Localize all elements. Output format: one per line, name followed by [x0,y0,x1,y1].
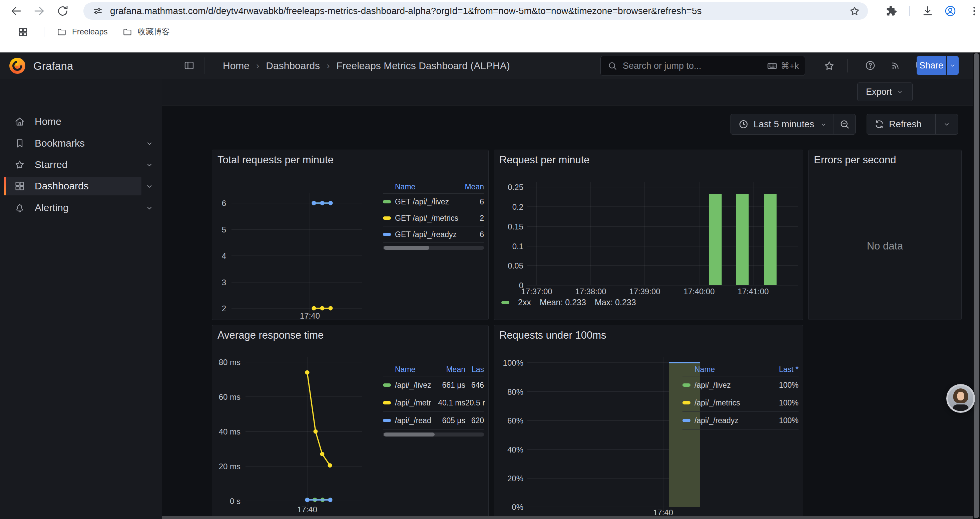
floating-assistant-avatar[interactable] [946,384,975,413]
site-info-icon[interactable] [92,5,103,17]
back-icon[interactable] [10,4,23,18]
forward-icon[interactable] [33,4,46,18]
breadcrumb-item[interactable]: Dashboards [266,60,320,72]
legend-table: NameMeanGET /api/_/livez6GET /api/_/metr… [383,180,484,250]
legend-row[interactable]: /api/_/readyz100% [682,412,799,430]
legend-stat[interactable]: Mean: 0.233 [540,297,586,307]
breadcrumb-item[interactable]: Home [223,60,250,72]
grafana-logo-icon[interactable] [10,58,25,74]
series-color-chip [501,301,509,304]
panel-title[interactable]: Request per minute [500,154,590,166]
svg-text:17:40: 17:40 [297,505,317,514]
chevron-down-icon[interactable] [145,160,154,170]
extensions-icon[interactable] [885,5,897,18]
panel-requests-under-100ms: 100%80%60%40%20%0%17:40 Requests under 1… [494,325,803,519]
search-input[interactable] [622,61,767,72]
svg-text:0.25: 0.25 [508,183,523,192]
bookmark-star-icon[interactable] [849,5,861,17]
refresh-label: Refresh [889,119,922,129]
legend-row[interactable]: /api/_/metrics100% [682,394,799,412]
export-button[interactable]: Export [857,83,913,101]
sidebar-item-home[interactable]: Home [0,112,162,131]
browser-toolbar [0,0,980,22]
profile-icon[interactable] [944,5,957,18]
legend-stat[interactable]: 2xx [518,297,531,307]
legend-row[interactable]: /api/_/livez661 µs646 [383,376,484,394]
export-label: Export [866,87,892,97]
reload-icon[interactable] [56,4,69,18]
legend-col-name[interactable]: Name [694,365,768,374]
svg-text:0.2: 0.2 [512,203,523,211]
search-box[interactable]: ⌘+k [600,56,805,76]
sidebar-item-dashboards[interactable]: Dashboards [0,177,162,195]
zoom-out-button[interactable] [834,114,855,134]
legend-row[interactable]: GET /api/_/livez6 [383,194,484,210]
chevron-down-icon[interactable] [145,139,154,148]
menu-kebab-icon[interactable] [968,5,980,18]
refresh-interval-dropdown[interactable] [935,114,958,134]
legend-scrollbar[interactable] [383,433,484,436]
svg-text:20%: 20% [508,474,523,483]
legend-col[interactable]: Mean [431,365,465,374]
svg-text:17:39:00: 17:39:00 [629,287,660,296]
svg-text:60%: 60% [508,416,523,425]
svg-text:3: 3 [222,278,226,287]
bookmark-folder[interactable]: Freeleaps [57,27,108,37]
omnibox[interactable] [83,2,868,20]
legend-row[interactable]: /api/_/metrics40.1 ms20.5 r [383,394,484,412]
legend-col[interactable]: Mean [465,182,484,192]
legend-row[interactable]: /api/_/readyz605 µs620 [383,412,484,430]
refresh-button[interactable]: Refresh [867,114,935,134]
downloads-icon[interactable] [921,5,934,18]
time-range-group: Last 5 minutes [730,114,856,134]
share-button[interactable]: Share [916,56,946,75]
bookmarks-divider [44,27,45,37]
legend-row[interactable]: GET /api/_/metrics2 [383,210,484,227]
horizontal-scrollbar[interactable] [162,516,973,519]
breadcrumb-item[interactable]: Freeleaps Metrics Dashboard (ALPHA) [336,60,510,72]
svg-text:60 ms: 60 ms [219,393,240,401]
share-button-group: Share [916,56,959,75]
search-icon [608,61,617,71]
sidebar-item-starred[interactable]: Starred [0,155,162,174]
mega-menu-toggle-icon[interactable] [183,60,195,71]
svg-text:4: 4 [222,251,226,260]
legend-scrollbar[interactable] [383,246,484,250]
chevron-down-icon [819,120,827,128]
url-input[interactable] [110,5,849,17]
keyboard-icon [767,61,778,71]
no-data-message: No data [808,240,961,252]
legend-col[interactable]: Las [465,365,484,374]
svg-text:5: 5 [222,225,226,234]
legend-row[interactable]: GET /api/_/readyz6 [383,227,484,243]
legend-col[interactable]: Last * [768,365,799,374]
bookmark-folder[interactable]: 收藏博客 [123,26,170,37]
series-color-chip [383,233,391,236]
favorite-star-icon[interactable] [823,60,835,72]
series-color-chip [383,200,391,203]
search-shortcut: ⌘+k [781,61,799,71]
help-icon[interactable] [865,60,876,71]
scrollbar-thumb[interactable] [974,53,979,518]
share-dropdown-button[interactable] [946,56,959,75]
panel-title[interactable]: Average response time [218,329,323,341]
sidebar-item-alerting[interactable]: Alerting [0,198,162,217]
panel-title[interactable]: Errors per second [814,154,896,166]
sidebar-item-bookmarks[interactable]: Bookmarks [0,134,162,153]
chevron-down-icon[interactable] [145,203,154,213]
legend-col-name[interactable]: Name [395,365,431,374]
panel-title[interactable]: Requests under 100ms [500,329,606,341]
news-rss-icon[interactable] [890,60,901,71]
series-color-chip [682,419,690,422]
request-per-minute-chart: 0.250.20.150.10.05017:37:0017:38:0017:39… [494,150,803,320]
legend-row[interactable]: /api/_/livez100% [682,376,799,394]
time-range-picker[interactable]: Last 5 minutes [731,114,834,134]
vertical-scrollbar[interactable] [973,53,980,519]
legend-stat[interactable]: Max: 0.233 [595,297,636,307]
bookmark-icon [14,137,25,149]
panel-title[interactable]: Total requests per minute [218,154,334,166]
apps-grid-icon[interactable] [18,26,29,38]
clock-icon [738,119,749,129]
legend-col-name[interactable]: Name [395,182,465,192]
chevron-down-icon[interactable] [145,182,154,191]
